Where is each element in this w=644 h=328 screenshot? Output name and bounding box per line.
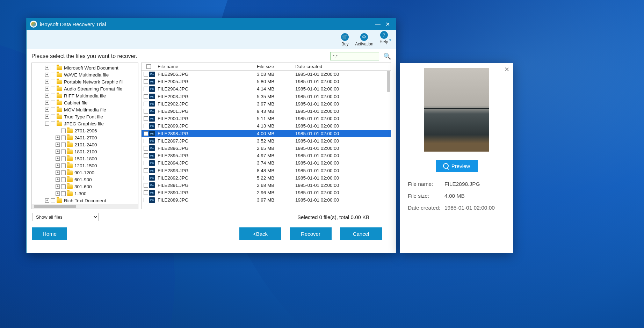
tree-item[interactable]: +901-1200	[32, 169, 138, 176]
tree-checkbox[interactable]	[61, 170, 66, 175]
tree-item[interactable]: +Rich Text Document	[32, 197, 138, 204]
tree-checkbox[interactable]	[61, 129, 66, 133]
file-checkbox[interactable]	[144, 153, 148, 158]
file-checkbox[interactable]	[144, 176, 148, 180]
recover-button[interactable]: Recover	[290, 227, 332, 240]
expand-icon[interactable]: +	[45, 101, 49, 105]
home-button[interactable]: Home	[32, 227, 67, 240]
file-row[interactable]: PsFILE2900.JPG5.11 MB1985-01-01 02:00:00	[142, 115, 391, 122]
file-row[interactable]: PsFILE2897.JPG3.52 MB1985-01-01 02:00:00	[142, 137, 391, 145]
col-datecreated[interactable]: Date created	[295, 64, 391, 69]
col-filesize[interactable]: File size	[257, 64, 295, 69]
preview-close-button[interactable]: ✕	[504, 66, 509, 73]
tree-checkbox[interactable]	[51, 73, 55, 77]
file-row[interactable]: PsFILE2906.JPG3.03 MB1985-01-01 02:00:00	[142, 71, 391, 78]
tree-checkbox[interactable]	[61, 184, 66, 189]
file-checkbox[interactable]	[144, 124, 148, 128]
tree-item[interactable]: 2701-2906	[32, 127, 138, 134]
tree-item[interactable]: +True Type Font file	[32, 113, 138, 120]
file-row[interactable]: PsFILE2901.JPG9.43 MB1985-01-01 02:00:00	[142, 108, 391, 115]
tree-body[interactable]: +Microsoft Word Document+WAVE Multimedia…	[32, 63, 138, 209]
expand-icon[interactable]: +	[56, 156, 60, 161]
file-row[interactable]: PsFILE2902.JPG3.97 MB1985-01-01 02:00:00	[142, 100, 391, 108]
expand-icon[interactable]: +	[56, 177, 60, 182]
file-checkbox[interactable]	[144, 198, 148, 202]
expand-icon[interactable]: +	[45, 80, 49, 84]
expand-icon[interactable]: -	[45, 122, 49, 126]
tree-item[interactable]: +2401-2700	[32, 134, 138, 141]
file-row[interactable]: PsFILE2891.JPG2.68 MB1985-01-01 02:00:00	[142, 182, 391, 189]
tree-checkbox[interactable]	[51, 108, 55, 112]
file-checkbox[interactable]	[144, 87, 148, 91]
file-checkbox[interactable]	[144, 72, 148, 76]
file-checkbox[interactable]	[144, 94, 148, 99]
tree-item[interactable]: +Audio Streaming Format file	[32, 85, 138, 92]
expand-icon[interactable]: +	[45, 115, 49, 119]
tree-item[interactable]: +1-300	[32, 190, 138, 197]
tree-item[interactable]: +601-900	[32, 176, 138, 183]
file-row[interactable]: PsFILE2890.JPG2.96 MB1985-01-01 02:00:00	[142, 189, 391, 196]
file-checkbox[interactable]	[144, 102, 148, 106]
tree-checkbox[interactable]	[61, 163, 66, 168]
scrollbar-thumb[interactable]	[387, 71, 390, 92]
activation-button[interactable]: ⚙ Activation	[355, 33, 373, 46]
preview-button[interactable]: Preview	[436, 160, 478, 172]
tree-item[interactable]: +301-600	[32, 183, 138, 190]
file-row[interactable]: PsFILE2899.JPG4.13 MB1985-01-01 02:00:00	[142, 122, 391, 130]
expand-icon[interactable]: +	[45, 108, 49, 112]
tree-checkbox[interactable]	[61, 136, 66, 140]
tree-item[interactable]: +MOV Multimedia file	[32, 106, 138, 113]
tree-checkbox[interactable]	[51, 87, 55, 91]
cancel-button[interactable]: Cancel	[340, 227, 382, 240]
tree-item[interactable]: +1801-2100	[32, 148, 138, 155]
tree-hscroll-thumb[interactable]	[34, 205, 76, 208]
tree-item[interactable]: +Portable Network Graphic fil	[32, 78, 138, 85]
file-row[interactable]: PsFILE2892.JPG5.22 MB1985-01-01 02:00:00	[142, 174, 391, 182]
file-row[interactable]: PsFILE2898.JPG4.00 MB1985-01-01 02:00:00	[142, 130, 391, 137]
file-checkbox[interactable]	[144, 183, 148, 188]
file-row[interactable]: PsFILE2894.JPG3.74 MB1985-01-01 02:00:00	[142, 159, 391, 167]
tree-hscrollbar[interactable]	[32, 204, 138, 209]
tree-item[interactable]: +1201-1500	[32, 162, 138, 169]
file-row[interactable]: PsFILE2895.JPG4.97 MB1985-01-01 02:00:00	[142, 152, 391, 159]
tree-item[interactable]: +RIFF Multimedia file	[32, 92, 138, 99]
buy-button[interactable]: 🛒 Buy	[341, 33, 349, 46]
expand-icon[interactable]: +	[56, 191, 60, 196]
tree-item[interactable]: +Cabinet file	[32, 99, 138, 106]
file-checkbox[interactable]	[144, 190, 148, 195]
tree-item[interactable]: +2101-2400	[32, 141, 138, 148]
tree-checkbox[interactable]	[51, 80, 55, 84]
col-filename[interactable]: File name	[155, 64, 257, 69]
file-row[interactable]: PsFILE2893.JPG8.48 MB1985-01-01 02:00:00	[142, 167, 391, 174]
filter-select[interactable]: Show all files	[32, 213, 99, 221]
tree-item[interactable]: +1501-1800	[32, 155, 138, 162]
file-checkbox[interactable]	[144, 146, 148, 151]
file-body[interactable]: PsFILE2906.JPG3.03 MB1985-01-01 02:00:00…	[142, 71, 391, 209]
file-row[interactable]: PsFILE2889.JPG3.97 MB1985-01-01 02:00:00	[142, 196, 391, 204]
tree-item[interactable]: +WAVE Multimedia file	[32, 71, 138, 78]
back-button[interactable]: <Back	[239, 227, 281, 240]
tree-checkbox[interactable]	[51, 198, 55, 203]
tree-checkbox[interactable]	[61, 156, 66, 161]
file-checkbox[interactable]	[144, 116, 148, 121]
file-row[interactable]: PsFILE2896.JPG2.65 MB1985-01-01 02:00:00	[142, 145, 391, 152]
search-input[interactable]	[330, 52, 379, 60]
expand-icon[interactable]: +	[56, 143, 60, 147]
minimize-button[interactable]: —	[373, 21, 383, 28]
file-row[interactable]: PsFILE2905.JPG5.80 MB1985-01-01 02:00:00	[142, 78, 391, 85]
tree-checkbox[interactable]	[61, 143, 66, 147]
expand-icon[interactable]: +	[56, 170, 60, 175]
expand-icon[interactable]: +	[45, 94, 49, 98]
file-row[interactable]: PsFILE2903.JPG5.35 MB1985-01-01 02:00:00	[142, 93, 391, 100]
tree-checkbox[interactable]	[61, 177, 66, 182]
expand-icon[interactable]: +	[56, 150, 60, 154]
file-checkbox[interactable]	[144, 139, 148, 143]
expand-icon[interactable]: +	[56, 136, 60, 140]
tree-checkbox[interactable]	[51, 66, 55, 70]
tree-checkbox[interactable]	[51, 94, 55, 98]
file-checkbox[interactable]	[144, 109, 148, 114]
file-row[interactable]: PsFILE2904.JPG4.14 MB1985-01-01 02:00:00	[142, 85, 391, 93]
tree-checkbox[interactable]	[61, 191, 66, 196]
tree-checkbox[interactable]	[51, 122, 55, 126]
expand-icon[interactable]: +	[45, 73, 49, 77]
